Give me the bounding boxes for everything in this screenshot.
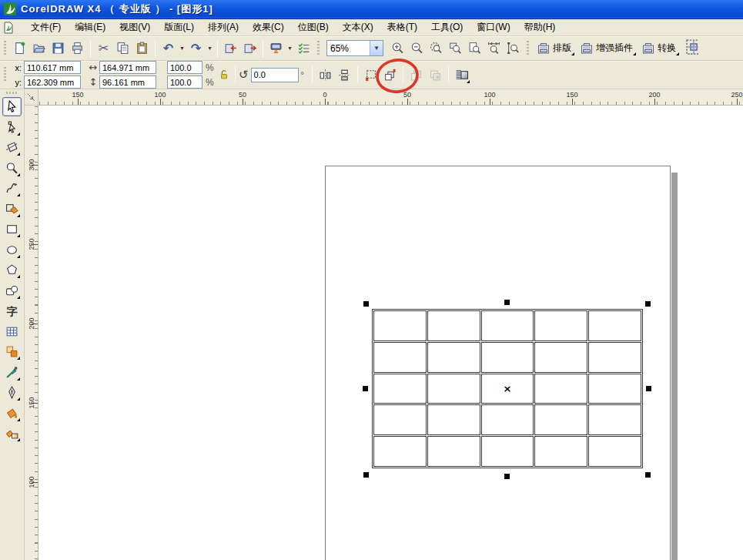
ruler-origin[interactable] — [25, 89, 38, 106]
shape-tool[interactable] — [2, 118, 22, 137]
table-cell[interactable] — [427, 404, 480, 435]
zoom-width-button[interactable] — [484, 39, 504, 58]
copy-button[interactable] — [113, 39, 132, 58]
selection-handle-middle-right[interactable] — [646, 386, 651, 391]
polygon-tool[interactable] — [2, 260, 22, 280]
coreldraw-app-icon[interactable] — [3, 2, 17, 16]
mirror-horizontal-button[interactable] — [316, 65, 335, 85]
table-cell[interactable] — [373, 436, 427, 467]
smart-fill-tool[interactable] — [2, 200, 22, 219]
toolbar-grip[interactable] — [317, 41, 320, 56]
table-cell[interactable] — [427, 436, 480, 467]
toolbar-grip[interactable] — [527, 41, 529, 56]
table-cell[interactable] — [481, 436, 534, 467]
table-cell[interactable] — [373, 404, 427, 435]
fill-tool[interactable] — [2, 404, 22, 423]
table-cell[interactable] — [534, 436, 587, 467]
crop-tool[interactable] — [2, 138, 22, 157]
table-cell[interactable] — [481, 374, 534, 404]
to-front-button[interactable] — [407, 65, 426, 85]
zoom-tool[interactable] — [2, 159, 22, 178]
toolbox-grip[interactable] — [6, 92, 18, 94]
table-cell[interactable] — [481, 310, 534, 341]
print-button[interactable] — [68, 39, 87, 58]
freehand-tool[interactable] — [2, 179, 22, 198]
selection-handle-bottom-right[interactable] — [645, 472, 651, 478]
import-button[interactable] — [221, 39, 240, 58]
open-button[interactable] — [29, 39, 49, 58]
ungroup-button[interactable] — [380, 65, 400, 85]
zoom-page-button[interactable] — [465, 39, 484, 58]
horizontal-ruler[interactable]: 150 100 50 0 50 100 150 200 250 — [38, 89, 743, 106]
zoom-all-objects-button[interactable] — [446, 39, 465, 58]
menu-view[interactable]: 视图(V) — [112, 18, 157, 36]
menu-arrange[interactable]: 排列(A) — [201, 18, 246, 36]
undo-dropdown[interactable]: ▼ — [178, 39, 186, 58]
application-launcher-button[interactable] — [266, 39, 286, 58]
scale-horizontal-input[interactable] — [167, 61, 202, 74]
export-button[interactable] — [240, 39, 259, 58]
selection-handle-middle-left[interactable] — [363, 386, 368, 391]
scale-vertical-input[interactable] — [167, 75, 202, 89]
table-cell[interactable] — [481, 404, 534, 435]
menu-help[interactable]: 帮助(H) — [517, 18, 563, 36]
cut-button[interactable]: ✂ — [94, 39, 113, 58]
layout-plugin-button[interactable]: 排版 — [533, 39, 576, 57]
object-height-input[interactable] — [99, 75, 156, 89]
table-tool[interactable] — [2, 322, 22, 341]
menu-tools[interactable]: 工具(O) — [424, 18, 470, 36]
selection-handle-top-middle[interactable] — [504, 300, 510, 305]
interactive-fill-tool[interactable] — [2, 424, 22, 443]
table-cell[interactable] — [588, 310, 641, 341]
blend-tool[interactable] — [2, 342, 22, 361]
y-position-input[interactable] — [24, 75, 81, 89]
zoom-combo-dropdown[interactable]: ▼ — [370, 41, 383, 55]
table-cell[interactable] — [373, 310, 427, 341]
zoom-in-button[interactable] — [388, 39, 407, 58]
drawing-viewport[interactable]: × — [38, 106, 743, 560]
table-cell[interactable] — [588, 342, 641, 373]
table-cell[interactable] — [427, 310, 480, 341]
table-cell[interactable] — [534, 404, 587, 435]
toolbar-grip[interactable] — [4, 41, 6, 56]
table-cell[interactable] — [373, 342, 427, 373]
menu-file[interactable]: 文件(F) — [24, 18, 68, 36]
options-button[interactable] — [294, 39, 313, 58]
table-cell[interactable] — [373, 374, 427, 404]
to-back-button[interactable] — [426, 65, 445, 85]
menu-effects[interactable]: 效果(C) — [246, 18, 291, 36]
document-icon[interactable] — [2, 22, 15, 34]
menu-text[interactable]: 文本(X) — [336, 18, 380, 36]
outline-pen-tool[interactable] — [2, 383, 22, 402]
save-button[interactable] — [49, 39, 68, 58]
propbar-grip[interactable] — [4, 67, 6, 82]
selection-handle-top-left[interactable] — [363, 301, 369, 307]
rectangle-tool[interactable] — [2, 220, 22, 239]
graph-paper-table[interactable] — [372, 309, 643, 468]
table-cell[interactable] — [588, 404, 641, 435]
vertical-ruler[interactable]: 300 250 200 150 100 — [25, 106, 38, 560]
rotation-angle-input[interactable] — [251, 68, 299, 82]
text-tool[interactable]: 字 — [2, 301, 22, 320]
mirror-vertical-button[interactable] — [335, 65, 354, 85]
nonproportional-scaling-lock-button[interactable] — [216, 65, 232, 84]
wrap-text-button[interactable] — [452, 65, 471, 85]
clipped-toolbar-button[interactable] — [685, 39, 698, 58]
menu-bitmaps[interactable]: 位图(B) — [291, 18, 336, 36]
zoom-height-button[interactable] — [504, 39, 523, 58]
redo-dropdown[interactable]: ▼ — [206, 39, 214, 58]
table-cell[interactable] — [534, 342, 587, 373]
table-cell[interactable] — [534, 374, 587, 404]
table-cell[interactable] — [588, 436, 641, 467]
basic-shapes-tool[interactable] — [2, 281, 22, 300]
object-width-input[interactable] — [99, 61, 156, 74]
zoom-out-button[interactable] — [407, 39, 427, 58]
table-cell[interactable] — [534, 310, 587, 341]
menu-edit[interactable]: 编辑(E) — [68, 18, 112, 36]
menu-layout[interactable]: 版面(L) — [157, 18, 201, 36]
selection-handle-bottom-left[interactable] — [363, 472, 369, 478]
enhance-plugin-button[interactable]: 增强插件 — [576, 39, 638, 57]
paste-button[interactable] — [132, 39, 152, 58]
table-cell[interactable] — [588, 374, 641, 404]
menu-window[interactable]: 窗口(W) — [470, 18, 517, 36]
